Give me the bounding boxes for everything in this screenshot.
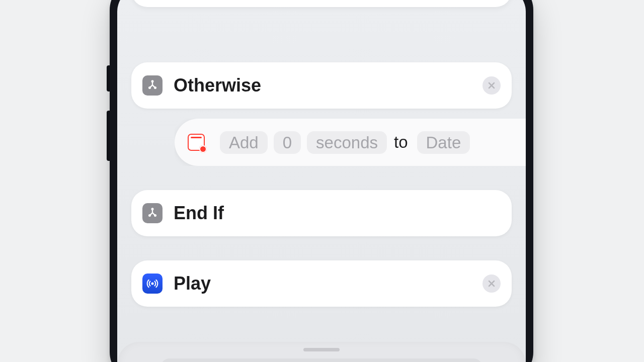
delete-play-button[interactable] — [482, 275, 501, 293]
shortcuts-editor-screen[interactable]: Add Condition Otherwise Add 0 seconds — [117, 0, 526, 362]
svg-point-2 — [154, 87, 156, 88]
phone-frame: Add Condition Otherwise Add 0 seconds — [110, 0, 533, 362]
branch-icon — [142, 75, 163, 96]
drawer-grabber[interactable] — [303, 348, 340, 351]
spacer — [131, 7, 512, 62]
op-pill[interactable]: Add — [220, 131, 268, 154]
svg-point-5 — [154, 215, 156, 216]
add-condition-button[interactable]: Add Condition — [131, 0, 512, 7]
unit-pill[interactable]: seconds — [307, 131, 387, 154]
svg-point-6 — [151, 283, 154, 285]
endif-label: End If — [174, 203, 224, 224]
svg-point-4 — [149, 215, 150, 216]
to-word: to — [393, 133, 409, 152]
actions-drawer[interactable]: Search Actions — [117, 342, 526, 362]
endif-block[interactable]: End If — [131, 190, 512, 236]
otherwise-label: Otherwise — [174, 75, 261, 96]
play-label: Play — [174, 273, 211, 294]
search-actions-field[interactable]: Search Actions — [160, 358, 482, 362]
svg-point-0 — [152, 80, 153, 82]
otherwise-block[interactable]: Otherwise — [131, 62, 512, 109]
svg-point-3 — [152, 208, 153, 210]
add-to-date-action[interactable]: Add 0 seconds to Date — [175, 119, 526, 166]
stage: Add Condition Otherwise Add 0 seconds — [0, 0, 644, 362]
calendar-add-icon — [188, 134, 205, 151]
svg-point-1 — [149, 87, 150, 88]
target-pill[interactable]: Date — [417, 131, 470, 154]
play-action-block[interactable]: Play — [131, 260, 512, 307]
amount-pill[interactable]: 0 — [274, 131, 301, 154]
delete-otherwise-button[interactable] — [482, 76, 501, 95]
branch-icon — [142, 203, 163, 223]
broadcast-icon — [142, 274, 163, 294]
